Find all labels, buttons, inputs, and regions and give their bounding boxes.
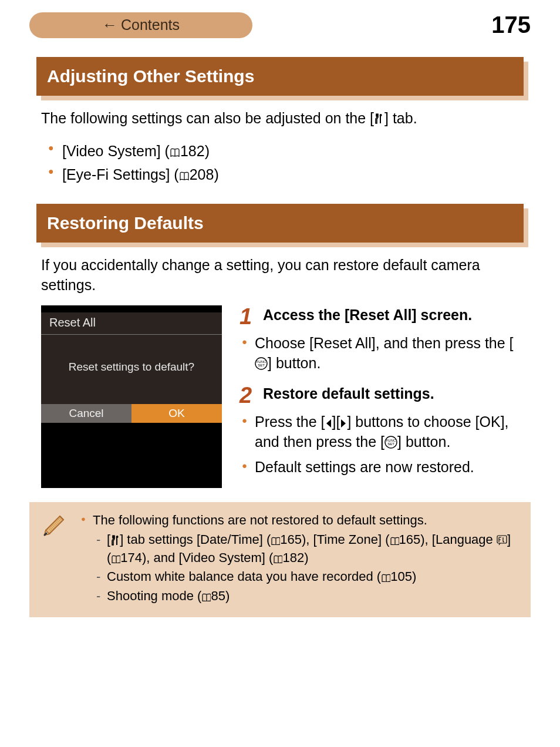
page-ref[interactable]: 85 xyxy=(211,588,225,603)
step-2: 2 Restore default settings. xyxy=(239,384,519,406)
text: ) xyxy=(214,166,218,183)
screenshot-title: Reset All xyxy=(41,312,222,335)
book-icon xyxy=(390,537,399,545)
book-icon xyxy=(170,148,180,157)
step-bullet: Choose [Reset All], and then press the [… xyxy=(239,334,519,374)
step-title: Restore default settings. xyxy=(263,384,434,406)
page-ref[interactable]: 208 xyxy=(190,166,214,183)
text: ] button. xyxy=(397,433,450,450)
page-ref[interactable]: 105 xyxy=(390,569,412,584)
contents-button[interactable]: ← Contents xyxy=(29,12,252,38)
note-item: Custom white balance data you have recor… xyxy=(93,568,518,586)
list-item: [Eye-Fi Settings] (208) xyxy=(41,163,519,186)
page-ref[interactable]: 182 xyxy=(180,143,205,159)
book-icon xyxy=(201,593,211,601)
section-heading-restoring: Restoring Defaults xyxy=(36,204,524,243)
text: Shooting mode ( xyxy=(107,588,201,603)
note-item: [] tab settings [Date/Time] (165), [Time… xyxy=(93,531,518,567)
text: Custom white balance data you have recor… xyxy=(107,569,381,584)
screenshot-prompt: Reset settings to default? xyxy=(41,335,222,404)
text: The following settings can also be adjus… xyxy=(41,110,374,126)
settings-list: [Video System] (182) [Eye-Fi Settings] (… xyxy=(41,139,519,186)
book-icon xyxy=(381,574,390,582)
text: ) xyxy=(205,143,210,159)
text: ] button. xyxy=(268,355,321,371)
book-icon xyxy=(111,555,120,563)
list-item: [Video System] (182) xyxy=(41,139,519,163)
text: ] tab. xyxy=(384,110,417,126)
text: ][ xyxy=(332,413,340,430)
camera-screenshot: Reset All Reset settings to default? Can… xyxy=(41,305,222,488)
text: ) xyxy=(304,550,308,565)
page-number: 175 xyxy=(491,12,531,38)
text: [Eye-Fi Settings] ( xyxy=(62,166,179,183)
text: Choose [Reset All], and then press the [ xyxy=(255,335,514,351)
note-box: The following functions are not restored… xyxy=(29,502,531,617)
page-ref[interactable]: 174 xyxy=(120,550,142,565)
page-ref[interactable]: 182 xyxy=(282,550,304,565)
right-arrow-icon xyxy=(340,418,347,429)
page-ref[interactable]: 165 xyxy=(399,532,421,547)
section-heading-adjusting: Adjusting Other Settings xyxy=(36,57,524,96)
section-title: Adjusting Other Settings xyxy=(36,57,524,96)
page-header: ← Contents 175 xyxy=(29,12,531,38)
step-number: 1 xyxy=(239,305,256,328)
book-icon xyxy=(179,171,190,181)
pencil-icon xyxy=(42,509,69,536)
cancel-button: Cancel xyxy=(41,404,131,423)
step-bullet: Press the [][] buttons to choose [OK], a… xyxy=(239,412,519,452)
func-set-icon xyxy=(255,357,268,370)
language-icon xyxy=(497,534,507,546)
book-icon xyxy=(271,537,280,545)
left-arrow-icon xyxy=(325,418,332,429)
note-lead: The following functions are not restored… xyxy=(80,512,518,605)
text: The following functions are not restored… xyxy=(93,513,427,527)
text: Press the [ xyxy=(255,413,325,430)
tools-tab-icon xyxy=(110,535,120,546)
section-title: Restoring Defaults xyxy=(36,204,524,243)
text: ), [Language xyxy=(420,532,497,547)
contents-label: Contents xyxy=(121,16,180,33)
tools-tab-icon xyxy=(374,113,384,125)
text: ] tab settings [Date/Time] ( xyxy=(120,532,271,547)
back-arrow-icon: ← xyxy=(102,16,117,34)
func-set-icon xyxy=(384,436,397,449)
ok-button: OK xyxy=(131,404,222,423)
text: ) xyxy=(412,569,416,584)
book-icon xyxy=(273,555,282,563)
text: ), and [Video System] ( xyxy=(142,550,273,565)
text: [Video System] ( xyxy=(62,143,170,159)
note-content: The following functions are not restored… xyxy=(80,512,518,607)
intro-paragraph: The following settings can also be adjus… xyxy=(41,109,519,129)
note-item: Shooting mode (85) xyxy=(93,587,518,605)
step-title: Access the [Reset All] screen. xyxy=(263,305,472,328)
step-number: 2 xyxy=(239,384,256,406)
steps-column: 1 Access the [Reset All] screen. Choose … xyxy=(239,305,519,488)
text: ) xyxy=(225,588,230,603)
text: ), [Time Zone] ( xyxy=(302,532,390,547)
step-1: 1 Access the [Reset All] screen. xyxy=(239,305,519,328)
step-bullet: Default settings are now restored. xyxy=(239,457,519,477)
page-ref[interactable]: 165 xyxy=(280,532,302,547)
intro-paragraph: If you accidentally change a setting, yo… xyxy=(41,255,519,295)
